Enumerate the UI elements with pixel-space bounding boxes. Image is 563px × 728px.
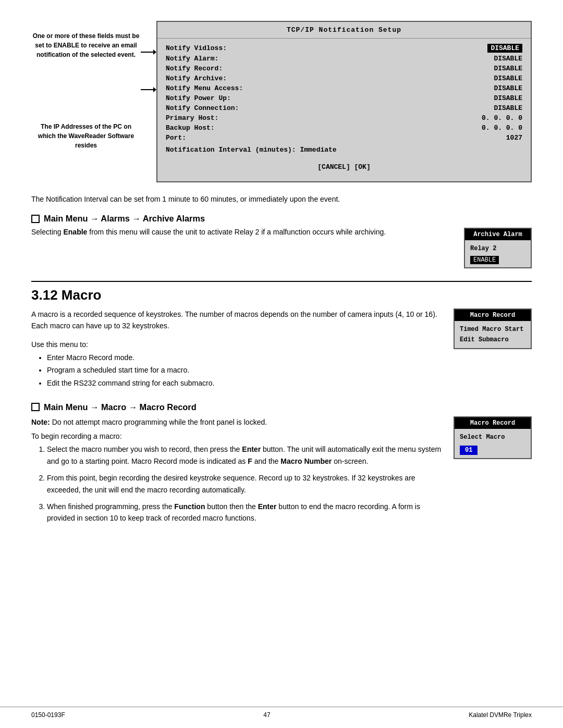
archive-enable-badge: ENABLE: [470, 256, 499, 264]
footer-left: 0150-0193F: [31, 711, 65, 719]
step-1: Select the macro number you wish to reco…: [47, 443, 443, 467]
archive-alarm-panel: Archive Alarm Relay 2 ENABLE: [464, 228, 532, 268]
archive-alarms-section: Main Menu → Alarms → Archive Alarms Sele…: [31, 214, 532, 268]
archive-alarms-text: Selecting Enable from this menu will cau…: [31, 228, 454, 236]
tcpip-row-vidloss: Notify Vidloss: DISABLE: [166, 43, 522, 54]
bullet-3: Edit the RS232 command string for each s…: [47, 377, 443, 389]
tcpip-buttons[interactable]: [CANCEL] [OK]: [166, 159, 522, 175]
archive-alarm-panel-title: Archive Alarm: [465, 229, 531, 240]
value-archive: DISABLE: [494, 75, 522, 82]
label-conn: Notify Connection:: [166, 104, 239, 112]
macro-steps-list: Select the macro number you wish to reco…: [47, 443, 443, 524]
macro-intro-content: A macro is a recorded sequence of keystr…: [31, 309, 443, 397]
value-vidloss: DISABLE: [487, 44, 522, 53]
value-backup: 0. 0. 0. 0: [482, 124, 522, 132]
value-conn: DISABLE: [494, 104, 522, 112]
macro-select-panel-title: Macro Record: [455, 417, 531, 429]
page-footer: 0150-0193F 47 Kalatel DVMRe Triplex: [0, 707, 563, 723]
label-menu: Notify Menu Access:: [166, 84, 243, 92]
arrows-area: [141, 21, 156, 144]
label-alarm: Notify Alarm:: [166, 55, 218, 63]
label-port: Port:: [166, 134, 186, 142]
tcpip-row-record: Notify Record: DISABLE: [166, 64, 522, 73]
macro-timed-start: Timed Macro Start: [460, 324, 525, 335]
macro-record-panel: Macro Record Timed Macro Start Edit Subm…: [454, 309, 532, 349]
macro-intro-text: A macro is a recorded sequence of keystr…: [31, 309, 443, 332]
label-record: Notify Record:: [166, 65, 223, 72]
macro-number-value: 01: [460, 446, 478, 455]
tcpip-row-menu: Notify Menu Access: DISABLE: [166, 83, 522, 93]
macro-record-body: Note: Do not attempt macro programming w…: [31, 416, 532, 533]
macro-title: 3.12 Macro: [31, 281, 532, 303]
label-interval: Notification Interval (minutes): Immedia…: [166, 146, 337, 154]
macro-edit-submacro: Edit Submacro: [460, 335, 525, 345]
value-port: 1027: [506, 134, 522, 142]
tcpip-title: TCP/IP Notification Setup: [157, 22, 531, 39]
annotation-top: One or more of these fields must be set …: [31, 31, 141, 59]
step-3: When finished programming, press the Fun…: [47, 501, 443, 524]
tcpip-body: Notify Vidloss: DISABLE Notify Alarm: DI…: [157, 39, 531, 181]
to-begin-text: To begin recording a macro:: [31, 432, 443, 440]
select-macro-label: Select Macro: [460, 432, 525, 442]
label-power: Notify Power Up:: [166, 94, 231, 102]
footer-right: Kalatel DVMRe Triplex: [469, 711, 532, 719]
archive-section-body: Selecting Enable from this menu will cau…: [31, 228, 532, 268]
macro-select-panel-body: Select Macro 01: [455, 429, 531, 458]
label-primary: Primary Host:: [166, 114, 218, 122]
tcpip-row-power: Notify Power Up: DISABLE: [166, 93, 522, 103]
archive-alarms-heading: Main Menu → Alarms → Archive Alarms: [44, 214, 205, 224]
tcpip-row-conn: Notify Connection: DISABLE: [166, 103, 522, 113]
tcpip-section: One or more of these fields must be set …: [31, 21, 532, 182]
label-vidloss: Notify Vidloss:: [166, 44, 227, 52]
macro-intro-section: A macro is a recorded sequence of keystr…: [31, 309, 532, 397]
value-power: DISABLE: [494, 94, 522, 102]
tcpip-dialog: TCP/IP Notification Setup Notify Vidloss…: [156, 21, 532, 182]
bullet-1: Enter Macro Record mode.: [47, 352, 443, 363]
left-annotations: One or more of these fields must be set …: [31, 21, 141, 150]
annotation-bottom: The IP Addresses of the PC on which the …: [31, 122, 141, 150]
value-record: DISABLE: [494, 65, 522, 72]
macro-number-display: 01: [460, 446, 525, 455]
tcpip-row-port: Port: 1027: [166, 133, 522, 143]
tcpip-row-primary: Primary Host: 0. 0. 0. 0: [166, 113, 522, 123]
macro-select-panel: Macro Record Select Macro 01: [454, 416, 532, 459]
value-primary: 0. 0. 0. 0: [482, 114, 522, 122]
value-alarm: DISABLE: [494, 55, 522, 63]
macro-record-panel-title: Macro Record: [455, 310, 531, 321]
notification-interval-text: The Notification Interval can be set fro…: [31, 195, 532, 203]
value-menu: DISABLE: [494, 84, 522, 92]
label-archive: Notify Archive:: [166, 75, 227, 82]
macro-record-heading: Main Menu → Macro → Macro Record: [44, 402, 197, 412]
footer-center: 47: [263, 711, 270, 719]
label-backup: Backup Host:: [166, 124, 215, 132]
macro-bullet-list: Enter Macro Record mode. Program a sched…: [47, 352, 443, 389]
macro-record-section: Main Menu → Macro → Macro Record Note: D…: [31, 402, 532, 533]
bullet-2: Program a scheduled start time for a mac…: [47, 364, 443, 376]
archive-panel-relay: Relay 2: [470, 243, 525, 254]
archive-alarms-heading-row: Main Menu → Alarms → Archive Alarms: [31, 214, 532, 224]
archive-panel-enable: ENABLE: [470, 256, 525, 264]
archive-alarm-panel-body: Relay 2 ENABLE: [465, 240, 531, 267]
tcpip-row-alarm: Notify Alarm: DISABLE: [166, 54, 522, 64]
checkbox-archive: [31, 215, 40, 223]
macro-record-note: Note: Do not attempt macro programming w…: [31, 416, 443, 428]
tcpip-row-backup: Backup Host: 0. 0. 0. 0: [166, 123, 522, 133]
use-menu-text: Use this menu to:: [31, 340, 443, 349]
tcpip-row-archive: Notify Archive: DISABLE: [166, 73, 522, 83]
macro-record-heading-row: Main Menu → Macro → Macro Record: [31, 402, 532, 412]
tcpip-row-interval: Notification Interval (minutes): Immedia…: [166, 145, 522, 155]
macro-record-content: Note: Do not attempt macro programming w…: [31, 416, 443, 533]
step-2: From this point, begin recording the des…: [47, 472, 443, 496]
checkbox-macro-record: [31, 403, 40, 411]
macro-record-panel-body: Timed Macro Start Edit Submacro: [455, 321, 531, 348]
